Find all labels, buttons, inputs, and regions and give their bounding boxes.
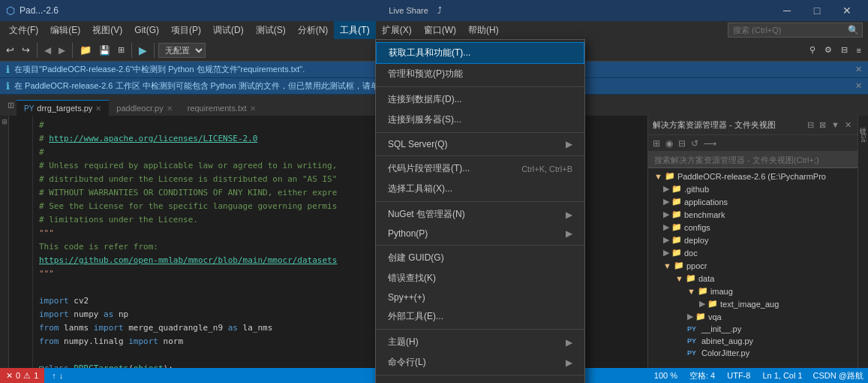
tree-item-init[interactable]: PY __init__.py	[648, 323, 857, 335]
tree-item-ppocr[interactable]: ▼ 📁 ppocr	[648, 259, 857, 272]
menu-tools[interactable]: 工具(T)	[334, 21, 375, 39]
right-edge-bar: 统计 Git	[857, 116, 868, 368]
tab-drrg[interactable]: PY drrg_targets.py ✕	[17, 100, 109, 116]
pt-btn-1[interactable]: ⊞	[651, 138, 662, 149]
tree-item-deploy[interactable]: ▶ 📁 deploy	[648, 234, 857, 246]
config-dropdown[interactable]: 无配置	[158, 43, 206, 58]
status-encoding[interactable]: UTF-8	[721, 371, 756, 380]
tab-paddleocr-close[interactable]: ✕	[167, 104, 173, 113]
tree-item-applications[interactable]: ▶ 📁 applications	[648, 195, 857, 208]
toolbar-separator-3	[131, 43, 132, 58]
solution-icon[interactable]: 📁	[77, 43, 95, 57]
menu-snippet-manager[interactable]: 代码片段管理器(T)... Ctrl+K, Ctrl+B	[376, 158, 584, 179]
tree-item-benchmark[interactable]: ▶ 📁 benchmark	[648, 208, 857, 221]
snippet-manager-shortcut: Ctrl+K, Ctrl+B	[521, 164, 572, 173]
minimize-button[interactable]: ─	[772, 0, 802, 21]
menu-get-tools[interactable]: 获取工具和功能(T)...	[376, 42, 584, 64]
menu-project[interactable]: 项目(P)	[165, 21, 207, 39]
tab-paddleocr[interactable]: paddleocr.py ✕	[109, 100, 179, 116]
solution-explorer-toggle[interactable]: ⊟	[5, 102, 15, 109]
menu-git[interactable]: Git(G)	[128, 21, 165, 39]
menu-help[interactable]: 帮助(H)	[462, 21, 505, 39]
menu-edit[interactable]: 编辑(E)	[44, 21, 86, 39]
tree-root[interactable]: ▼ 📁 PaddleOCR-release-2.6 (E:\PycharmPro	[648, 170, 857, 182]
tree-item-imaug[interactable]: ▼ 📁 imaug	[648, 285, 857, 297]
pt-btn-2[interactable]: ◉	[664, 138, 674, 149]
info-close-1[interactable]: ✕	[855, 65, 862, 74]
run-icon[interactable]: ▶	[136, 43, 150, 58]
tree-item-doc[interactable]: ▶ 📁 doc	[648, 246, 857, 259]
maximize-button[interactable]: □	[802, 0, 832, 21]
panel-btn-2[interactable]: ⊠	[818, 120, 827, 130]
tree-item-abinet[interactable]: PY abinet_aug.py	[648, 335, 857, 347]
undo-icon[interactable]: ↩	[3, 43, 17, 57]
save-icon[interactable]: 💾	[96, 44, 113, 57]
menu-sql-server[interactable]: SQL Server(Q) ▶	[376, 135, 584, 153]
menu-python[interactable]: Python(P) ▶	[376, 225, 584, 243]
menu-debug[interactable]: 调试(D)	[207, 21, 250, 39]
close-button[interactable]: ✕	[832, 0, 862, 21]
menu-test[interactable]: 测试(S)	[250, 21, 292, 39]
tree-item-configs[interactable]: ▶ 📁 configs	[648, 221, 857, 234]
doc-expand-icon: ▶	[663, 248, 669, 258]
toolbar-separator-1	[37, 43, 38, 58]
back-icon[interactable]: ◀	[41, 44, 54, 57]
toolbar-separator-4	[154, 43, 155, 58]
tab-requirements[interactable]: requirements.txt ✕	[180, 100, 263, 116]
toolbar-icon-4[interactable]: ≡	[853, 44, 865, 56]
app-icon: ⬡	[6, 5, 15, 17]
live-share-btn[interactable]: Live Share	[389, 6, 428, 15]
menu-spy[interactable]: Spy++(+)	[376, 288, 584, 306]
right-edge-tab-2[interactable]: Git	[859, 131, 868, 146]
menu-connect-server[interactable]: 连接到服务器(S)...	[376, 110, 584, 130]
menu-divider-2	[376, 132, 584, 133]
menu-connect-db[interactable]: 连接到数据库(D)...	[376, 89, 584, 110]
menu-select-toolbox[interactable]: 选择工具箱(X)...	[376, 179, 584, 199]
menu-extend[interactable]: 扩展(X)	[376, 21, 418, 39]
right-edge-tab-1[interactable]: 统计	[857, 119, 868, 125]
menu-window[interactable]: 窗口(W)	[418, 21, 462, 39]
menu-commandline[interactable]: 命令行(L) ▶	[376, 352, 584, 372]
pt-btn-3[interactable]: ⊟	[677, 138, 687, 149]
error-icon: ✕	[6, 371, 13, 381]
menu-manage-preview[interactable]: 管理和预览(P)功能	[376, 64, 584, 84]
menu-error-lookup[interactable]: 错误查找(K)	[376, 268, 584, 288]
pt-btn-5[interactable]: ⟶	[702, 138, 718, 149]
panel-controls: ⊟ ⊠ ▼ ✕	[806, 120, 853, 130]
status-spaces[interactable]: 空格: 4	[683, 370, 721, 381]
panel-search-input[interactable]	[648, 152, 857, 168]
menu-nuget[interactable]: NuGet 包管理器(N) ▶	[376, 204, 584, 225]
panel-btn-4[interactable]: ✕	[843, 120, 853, 130]
toolbar-icon-3[interactable]: ⊟	[837, 44, 851, 56]
toolbar-icon-2[interactable]: ⚙	[821, 44, 836, 56]
panel-btn-3[interactable]: ▼	[830, 120, 841, 130]
tree-item-github[interactable]: ▶ 📁 .github	[648, 182, 857, 195]
menu-external-tools[interactable]: 外部工具(E)...	[376, 306, 584, 327]
tree-item-colorjitter[interactable]: PY ColorJitter.py	[648, 347, 857, 359]
share-icon[interactable]: ⤴	[437, 5, 442, 16]
error-count: 0	[16, 371, 20, 380]
tree-item-text-image-aug[interactable]: ▶ 📁 text_image_aug	[648, 297, 857, 310]
menu-view[interactable]: 视图(V)	[86, 21, 128, 39]
menu-analyze[interactable]: 分析(N)	[292, 21, 335, 39]
menu-create-guid[interactable]: 创建 GUID(G)	[376, 248, 584, 268]
redo-icon[interactable]: ↪	[19, 43, 33, 57]
tab-drrg-close[interactable]: ✕	[95, 104, 101, 113]
status-zoom[interactable]: 100 %	[648, 371, 683, 380]
menu-theme[interactable]: 主题(H) ▶	[376, 332, 584, 352]
tab-requirements-close[interactable]: ✕	[250, 104, 256, 113]
tree-item-data[interactable]: ▼ 📁 data	[648, 272, 857, 285]
tree-item-vqa[interactable]: ▶ 📁 vqa	[648, 310, 857, 323]
pt-btn-4[interactable]: ↺	[689, 138, 700, 149]
save-all-icon[interactable]: ⊞	[115, 44, 128, 56]
global-search-input[interactable]	[728, 23, 863, 38]
status-errors[interactable]: ✕ 0 ⚠ 1	[0, 368, 44, 383]
menu-file[interactable]: 文件(F)	[3, 21, 44, 39]
title-bar-left: ⬡ Pad...-2.6	[6, 5, 59, 17]
left-tab-1[interactable]: ⊞	[0, 116, 9, 128]
info-close-2[interactable]: ✕	[855, 81, 862, 91]
menu-import-export[interactable]: 导入和导出设置(I)...	[376, 378, 584, 383]
panel-btn-1[interactable]: ⊟	[806, 120, 815, 130]
forward-icon[interactable]: ▶	[56, 44, 68, 57]
toolbar-icon-1[interactable]: ⚲	[806, 44, 819, 56]
